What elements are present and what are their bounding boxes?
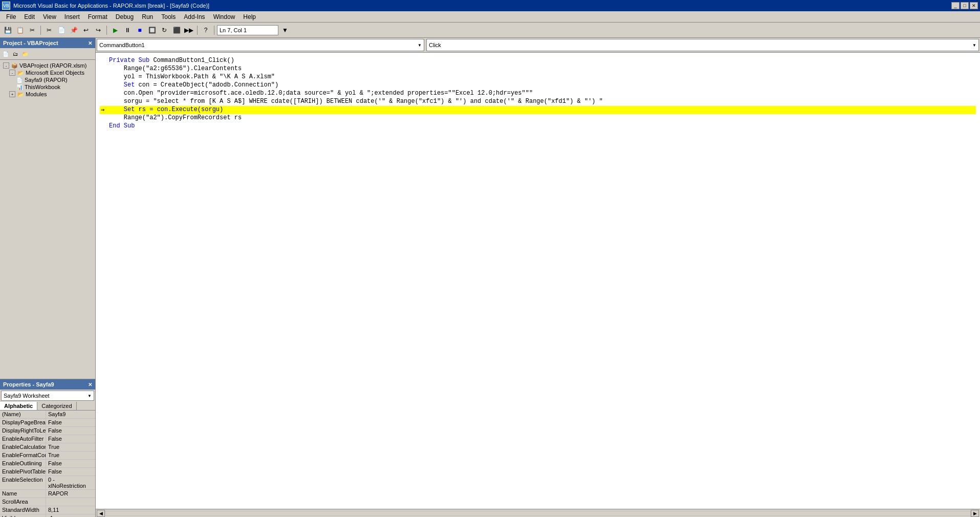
editor-scrollbar-h[interactable]: ◀ ▶: [96, 509, 980, 517]
toolbar-btn-pause[interactable]: ⏸: [122, 25, 133, 36]
props-row-enableautofilter: EnableAutoFilter False: [0, 435, 95, 443]
menu-tools[interactable]: Tools: [157, 12, 180, 21]
tree-item-modules[interactable]: + 📂 Modules: [2, 91, 93, 98]
excel-objects-label: Microsoft Excel Objects: [26, 70, 84, 76]
props-val-enableoutlining[interactable]: False: [46, 460, 95, 467]
project-btn-1[interactable]: 📄: [1, 49, 10, 58]
props-title-text: Properties - Sayfa9: [3, 381, 54, 387]
menu-view[interactable]: View: [39, 12, 60, 21]
menu-debug[interactable]: Debug: [112, 12, 138, 21]
tree-item-sayfa9[interactable]: 📄 Sayfa9 (RAPOR): [2, 76, 93, 83]
toolbar-btn-5[interactable]: 🔲: [146, 25, 158, 36]
object-dropdown-arrow: ▼: [418, 43, 422, 48]
props-row-enablepivottable: EnablePivotTable False: [0, 468, 95, 476]
props-val-scrollarea[interactable]: [46, 498, 95, 506]
props-val-standardwidth[interactable]: 8,11: [46, 506, 95, 514]
expand-excel-objects[interactable]: -: [9, 70, 15, 76]
toolbar-btn-cut[interactable]: ✂: [43, 25, 55, 36]
line-arrow-5: [101, 90, 109, 97]
props-row-enableoutlining: EnableOutlining False: [0, 460, 95, 468]
restore-button[interactable]: □: [961, 2, 969, 9]
project-btn-3[interactable]: 📁: [20, 49, 30, 58]
title-bar-buttons[interactable]: _ □ ✕: [951, 2, 978, 9]
left-panel: Project - VBAProject ✕ 📄 🗂 📁 - 📦 VBAProj…: [0, 38, 96, 517]
expand-modules[interactable]: +: [9, 91, 15, 97]
code-area[interactable]: Private Sub CommandButton1_Click() Range…: [96, 53, 980, 509]
props-key-displaypagebreaks: DisplayPageBreaks: [0, 419, 46, 426]
tab-alphabetic[interactable]: Alphabetic: [0, 402, 37, 410]
toolbar: 💾 📋 ✂ ✂ 📄 📌 ↩ ↪ ▶ ⏸ ■ 🔲 ↻ ⬛ ▶▶ ? ▼: [0, 23, 980, 38]
toolbar-btn-6[interactable]: ↻: [159, 25, 170, 36]
menu-help[interactable]: Help: [239, 12, 260, 21]
editor-area: CommandButton1 ▼ Click ▼ Private Sub Com…: [96, 38, 980, 517]
event-dropdown-text: Click: [429, 42, 441, 48]
menu-insert[interactable]: Insert: [60, 12, 84, 21]
props-dropdown-text: Sayfa9 Worksheet: [4, 393, 50, 399]
props-val-displayrighttoleft[interactable]: False: [46, 427, 95, 435]
menu-run[interactable]: Run: [138, 12, 157, 21]
line-arrow-9: [101, 122, 109, 130]
position-input[interactable]: [217, 25, 278, 35]
menu-format[interactable]: Format: [84, 12, 112, 21]
tab-categorized[interactable]: Categorized: [37, 402, 76, 410]
project-panel-close[interactable]: ✕: [88, 40, 92, 46]
tree-item-vbaproject[interactable]: - 📦 VBAProject (RAPOR.xlsm): [2, 62, 93, 69]
props-val-enableautofilter[interactable]: False: [46, 435, 95, 443]
props-val-enablepivottable[interactable]: False: [46, 468, 95, 476]
props-val-propname[interactable]: RAPOR: [46, 490, 95, 498]
toolbar-btn-3[interactable]: ✂: [27, 25, 38, 36]
tree-item-thisworkbook[interactable]: 📊 ThisWorkbook: [2, 83, 93, 91]
menu-window[interactable]: Window: [209, 12, 239, 21]
toolbar-sep-4: [214, 26, 214, 35]
tree-item-excel-objects[interactable]: - 📂 Microsoft Excel Objects: [2, 69, 93, 76]
scroll-left-btn[interactable]: ◀: [97, 510, 105, 517]
tree-view: - 📦 VBAProject (RAPOR.xlsm) - 📂 Microsof…: [0, 60, 95, 379]
toolbar-btn-7[interactable]: ⬛: [171, 25, 182, 36]
menu-edit[interactable]: Edit: [20, 12, 39, 21]
thisworkbook-icon: 📊: [16, 84, 23, 90]
toolbar-btn-help[interactable]: ?: [200, 25, 211, 36]
props-val-displaypagebreaks[interactable]: False: [46, 419, 95, 426]
object-dropdown[interactable]: CommandButton1 ▼: [97, 39, 424, 51]
project-btn-2[interactable]: 🗂: [11, 49, 20, 58]
toolbar-btn-undo[interactable]: ↩: [80, 25, 92, 36]
props-row-enablecalculation: EnableCalculation True: [0, 443, 95, 451]
event-dropdown[interactable]: Click ▼: [426, 39, 979, 51]
toolbar-btn-paste[interactable]: 📌: [68, 25, 79, 36]
props-row-displayrighttoleft: DisplayRightToLeft False: [0, 427, 95, 435]
props-row-propname: Name RAPOR: [0, 490, 95, 498]
line-arrow-3: [101, 73, 109, 80]
vbaproject-icon: 📦: [11, 63, 17, 69]
props-val-enableformatconditions[interactable]: True: [46, 451, 95, 459]
props-val-enableselection[interactable]: 0 - xlNoRestriction: [46, 476, 95, 489]
menu-addins[interactable]: Add-Ins: [180, 12, 209, 21]
props-dropdown[interactable]: Sayfa9 Worksheet ▼: [1, 391, 94, 401]
editor-header: CommandButton1 ▼ Click ▼: [96, 38, 980, 53]
toolbar-btn-dropdown[interactable]: ▼: [279, 25, 291, 36]
toolbar-sep-1: [40, 26, 41, 35]
scroll-right-btn[interactable]: ▶: [971, 510, 979, 517]
props-val-name[interactable]: Sayfa9: [46, 411, 95, 418]
title-bar: VB Microsoft Visual Basic for Applicatio…: [0, 0, 980, 11]
code-line-1: Private Sub CommandButton1_Click(): [100, 57, 976, 65]
line-arrow-4: [101, 81, 109, 89]
scroll-track-h[interactable]: [105, 511, 971, 516]
toolbar-btn-save[interactable]: 💾: [2, 25, 13, 36]
code-line-4: Set con = CreateObject("adodb.Connection…: [100, 81, 976, 90]
expand-vbaproject[interactable]: -: [3, 62, 9, 69]
toolbar-btn-2[interactable]: 📋: [14, 25, 26, 36]
close-button[interactable]: ✕: [970, 2, 978, 9]
props-val-visible[interactable]: -1 - xlSheetVisible: [46, 514, 95, 517]
vbaproject-label: VBAProject (RAPOR.xlsm): [19, 62, 86, 69]
toolbar-btn-run[interactable]: ▶: [110, 25, 121, 36]
toolbar-btn-copy[interactable]: 📄: [56, 25, 67, 36]
props-val-enablecalculation[interactable]: True: [46, 443, 95, 451]
toolbar-btn-redo[interactable]: ↪: [93, 25, 104, 36]
minimize-button[interactable]: _: [951, 2, 960, 9]
menu-file[interactable]: File: [2, 12, 20, 21]
toolbar-btn-stop[interactable]: ■: [134, 25, 145, 36]
line-arrow-2: [101, 65, 109, 72]
code-line-6: sorgu = "select * from [K A S A$] WHERE …: [100, 98, 976, 106]
toolbar-btn-8[interactable]: ▶▶: [183, 25, 194, 36]
props-panel-close[interactable]: ✕: [88, 382, 92, 387]
